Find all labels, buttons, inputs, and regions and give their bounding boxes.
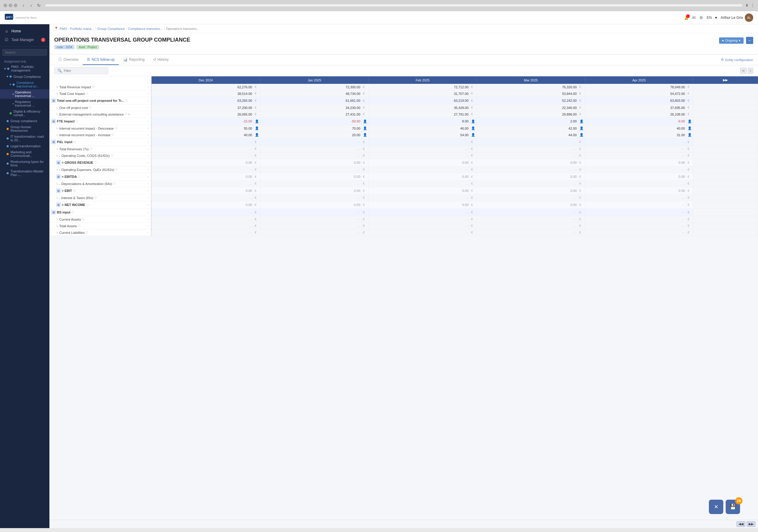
tab-overview[interactable]: ⓘ Overview	[54, 54, 83, 65]
col-nav-next[interactable]: ▶▶	[693, 76, 758, 84]
scroll-nav-prev[interactable]: ◀◀	[737, 521, 745, 527]
value-cell-gross-revenue-col2[interactable]: 0.00	[369, 159, 470, 166]
value-cell-total-assets-col2[interactable]: —	[369, 223, 470, 229]
breadcrumb-group-compliance[interactable]: Group Compliance	[97, 27, 125, 31]
sidebar-item-regulatory-transv[interactable]: • Regulatory transversal ...	[0, 99, 50, 108]
value-cell-net-income-col4[interactable]: —	[585, 201, 686, 209]
value-cell-current-liabilities-col4[interactable]: —	[585, 229, 686, 236]
row-expand-arrow[interactable]: ›	[148, 154, 150, 157]
entity-config-btn[interactable]: ⚙ Entity configuration	[721, 58, 753, 62]
forward-button[interactable]: ›	[28, 2, 34, 8]
value-cell-bs-input-col3[interactable]: —	[477, 209, 578, 216]
value-cell-operating-costs-col1[interactable]: —	[260, 152, 362, 159]
value-cell-total-cost-impact-col4[interactable]: 54,472.00	[585, 90, 686, 97]
value-cell-one-off-cost-col3[interactable]: 22,346.00	[477, 105, 578, 111]
value-cell-total-oneoff-col1[interactable]: 61,661.00	[260, 97, 362, 105]
tab-history[interactable]: ↺ History	[149, 54, 173, 65]
value-cell-bs-input-col4[interactable]: —	[585, 209, 686, 216]
value-cell-current-liabilities-col3[interactable]: —	[477, 229, 578, 236]
tab-reporting[interactable]: 📊 Reporting	[119, 54, 149, 65]
value-cell-ebit-col4[interactable]: 0.00	[585, 187, 686, 195]
value-cell-external-mgmt-col2[interactable]: 27,791.00	[369, 111, 470, 118]
row-expand-arrow[interactable]: ›	[148, 231, 150, 234]
mail-icon[interactable]: ✉	[692, 15, 696, 20]
value-cell-one-off-cost-col4[interactable]: 37,695.00	[585, 105, 686, 111]
value-cell-operating-expenses-col4[interactable]: —	[585, 166, 686, 173]
value-cell-depreciations-col3[interactable]: —	[477, 181, 578, 187]
value-cell-operating-expenses-col2[interactable]: —	[369, 166, 470, 173]
value-cell-total-revenue-impact-col1[interactable]: 72,300.00	[260, 84, 362, 90]
sidebar-item-group-human[interactable]: Group Human Ressources	[0, 124, 50, 134]
value-cell-total-revenues-col0[interactable]: —	[151, 146, 253, 152]
value-cell-external-mgmt-col3[interactable]: 29,896.00	[477, 111, 578, 118]
value-cell-total-revenue-impact-col4[interactable]: 78,049.00	[585, 84, 686, 90]
sidebar-item-compliance-transv[interactable]: ▾ Compliance transversal pr...	[0, 80, 50, 89]
value-cell-pl-input-col3[interactable]: —	[477, 138, 578, 146]
value-cell-interest-taxes-col1[interactable]: —	[260, 195, 362, 201]
value-cell-fte-impact-col4[interactable]: -9.00	[585, 118, 686, 125]
row-expand-arrow[interactable]: ›	[148, 106, 150, 109]
row-expand-arrow[interactable]: ›	[148, 113, 150, 116]
value-cell-total-revenues-col1[interactable]: —	[260, 146, 362, 152]
sidebar-item-marketing[interactable]: Marketing and Communicati...	[0, 149, 50, 159]
value-cell-gross-revenue-col1[interactable]: 0.00	[260, 159, 362, 166]
value-cell-pl-input-col1[interactable]: —	[260, 138, 362, 146]
value-cell-total-oneoff-col4[interactable]: 63,803.00	[585, 97, 686, 105]
status-button[interactable]: ● Ongoing ▾	[719, 37, 743, 44]
sidebar-item-it-transform[interactable]: IT transformation: road to 20...	[0, 134, 50, 143]
value-cell-current-assets-col3[interactable]: —	[477, 216, 578, 223]
value-cell-total-cost-impact-col3[interactable]: 53,844.00	[477, 90, 578, 97]
value-cell-ebit-col0[interactable]: 0.00	[151, 187, 253, 195]
row-expand-arrow[interactable]: ›	[148, 120, 150, 123]
user-profile[interactable]: Arthur Le Grix AL	[721, 14, 753, 22]
value-cell-operating-expenses-col1[interactable]: —	[260, 166, 362, 173]
download-icon[interactable]: ⬇	[745, 3, 748, 8]
row-expand-arrow[interactable]: ›	[148, 92, 150, 95]
value-cell-internal-recurrent-decrease-col3[interactable]: 42.00	[477, 125, 578, 132]
value-cell-internal-recurrent-increase-col3[interactable]: 44.00	[477, 132, 578, 138]
value-cell-operating-expenses-col3[interactable]: —	[477, 166, 578, 173]
value-cell-operating-costs-col4[interactable]: —	[585, 152, 686, 159]
search-input[interactable]	[2, 49, 47, 56]
value-cell-current-liabilities-col1[interactable]: —	[260, 229, 362, 236]
value-cell-external-mgmt-col4[interactable]: 26,108.00	[585, 111, 686, 118]
value-cell-internal-recurrent-increase-col4[interactable]: 31.00	[585, 132, 686, 138]
value-cell-ebitda-col4[interactable]: 0.00	[585, 173, 686, 181]
value-cell-total-assets-col4[interactable]: —	[585, 223, 686, 229]
value-cell-total-oneoff-col3[interactable]: 52,242.00	[477, 97, 578, 105]
value-cell-operating-costs-col2[interactable]: —	[369, 152, 470, 159]
value-cell-total-oneoff-col0[interactable]: 63,265.00	[151, 97, 253, 105]
value-cell-current-liabilities-col2[interactable]: —	[369, 229, 470, 236]
row-expand-arrow[interactable]: ›	[148, 161, 150, 164]
value-cell-total-cost-impact-col2[interactable]: 31,707.00	[369, 90, 470, 97]
value-cell-pl-input-col4[interactable]: —	[585, 138, 686, 146]
value-cell-net-income-col0[interactable]: 0.00	[151, 201, 253, 209]
value-cell-ebitda-col3[interactable]: 0.00	[477, 173, 578, 181]
value-cell-one-off-cost-col2[interactable]: 35,428.00	[369, 105, 470, 111]
value-cell-total-oneoff-col2[interactable]: 63,219.00	[369, 97, 470, 105]
value-cell-current-assets-col2[interactable]: —	[369, 216, 470, 223]
settings-icon[interactable]: ⚙	[699, 15, 703, 20]
value-cell-depreciations-col2[interactable]: —	[369, 181, 470, 187]
value-cell-pl-input-col2[interactable]: —	[369, 138, 470, 146]
row-expand-arrow[interactable]: ›	[148, 147, 150, 150]
sidebar-item-digital[interactable]: Digital & efficiency compli...	[0, 108, 50, 118]
value-cell-bs-input-col2[interactable]: —	[369, 209, 470, 216]
value-cell-operating-costs-col3[interactable]: —	[477, 152, 578, 159]
value-cell-depreciations-col0[interactable]: —	[151, 181, 253, 187]
scroll-nav-next[interactable]: ▶▶	[747, 521, 756, 527]
row-expand-arrow[interactable]: ›	[148, 224, 150, 227]
value-cell-depreciations-col4[interactable]: —	[585, 181, 686, 187]
value-cell-one-off-cost-col0[interactable]: 37,200.00	[151, 105, 253, 111]
value-cell-net-income-col2[interactable]: 0.00	[369, 201, 470, 209]
value-cell-internal-recurrent-decrease-col2[interactable]: 46.00	[369, 125, 470, 132]
sidebar-item-group-compliance[interactable]: ▾ Group Compliance	[0, 73, 50, 80]
value-cell-ebit-col2[interactable]: 0.00	[369, 187, 470, 195]
value-cell-internal-recurrent-increase-col2[interactable]: 54.00	[369, 132, 470, 138]
row-expand-arrow[interactable]: ›	[148, 211, 150, 214]
value-cell-one-off-cost-col1[interactable]: 34,230.00	[260, 105, 362, 111]
refresh-button[interactable]: ↻	[36, 2, 42, 8]
nav-next-btn[interactable]: ›	[748, 68, 753, 74]
value-cell-current-assets-col0[interactable]: —	[151, 216, 253, 223]
value-cell-bs-input-col1[interactable]: —	[260, 209, 362, 216]
